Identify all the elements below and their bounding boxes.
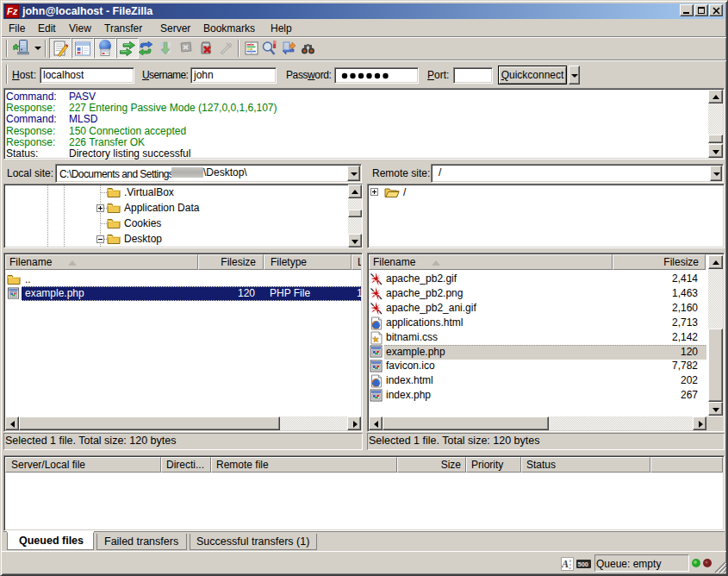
- svg-text:A: A: [562, 558, 569, 570]
- svg-text:500: 500: [578, 560, 589, 567]
- svg-text:Fz: Fz: [7, 6, 18, 16]
